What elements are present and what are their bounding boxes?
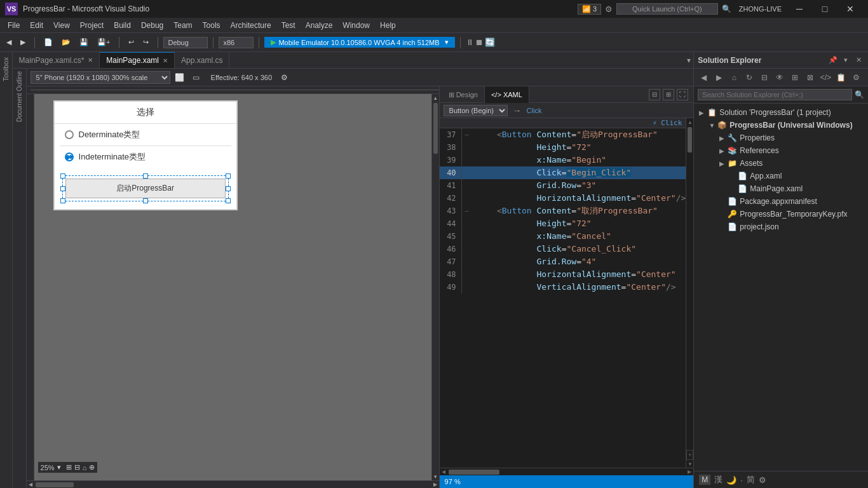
menu-file[interactable]: File (3, 20, 25, 31)
tree-item-app-xaml[interactable]: 📄 App.xaml (694, 170, 868, 182)
close-button[interactable]: ✕ (837, 0, 863, 18)
hscroll-right[interactable]: ▶ (431, 481, 439, 489)
toolbar-save-btn[interactable]: 💾 (76, 37, 92, 48)
element-selector[interactable]: Button (Begin) (444, 105, 508, 116)
se-pin-btn[interactable]: 📌 (827, 55, 839, 66)
se-refresh-btn[interactable]: ↻ (742, 71, 756, 85)
document-outline-label[interactable]: Document Outline (16, 71, 23, 122)
code-line-44[interactable]: 44 Height="72" (440, 217, 686, 230)
se-code-btn[interactable]: </> (818, 71, 832, 85)
tab-mainpage-cs[interactable]: MainPage.xaml.cs* ✕ (13, 52, 100, 69)
settings-btn[interactable]: ⚙ (277, 71, 291, 85)
tree-item-solution[interactable]: ▶ 📋 Solution 'ProgressBar' (1 project) (694, 106, 868, 119)
tree-item-mainpage-xaml[interactable]: 📄 MainPage.xaml (694, 182, 868, 195)
tree-item-properties[interactable]: ▶ 🔧 Properties (694, 132, 868, 144)
code-vscroll-add-btn[interactable]: + (686, 450, 693, 460)
radio-row-2[interactable]: Indeterminate类型 (55, 146, 236, 168)
xaml-tab[interactable]: </> XAML (485, 86, 529, 103)
design-hscroll[interactable]: ◀ ▶ (27, 480, 439, 488)
code-vscroll-up[interactable]: ▲ (686, 118, 693, 126)
code-line-39[interactable]: 39 x:Name="Begin" (440, 154, 686, 166)
toolbar-forward-btn[interactable]: ▶ (17, 37, 29, 48)
design-tab[interactable]: ⊞ Design (442, 86, 485, 103)
expand-btn[interactable]: ⛶ (677, 89, 688, 100)
zoom-icon-target[interactable]: ⊕ (89, 463, 95, 471)
quick-launch[interactable]: Quick Launch (Ctrl+Q) (616, 3, 718, 15)
tree-item-assets[interactable]: ▶ 📁 Assets (694, 157, 868, 170)
design-vscroll[interactable]: ▲ ▼ (431, 94, 439, 480)
menu-help[interactable]: Help (375, 20, 401, 31)
solution-search-input[interactable] (698, 89, 852, 100)
vscroll-up[interactable]: ▲ (432, 94, 439, 102)
menu-build[interactable]: Build (109, 20, 136, 31)
se-filter-btn[interactable]: ⊞ (788, 71, 802, 85)
toolbar-undo-btn[interactable]: ↩ (125, 37, 138, 48)
tree-item-manifest[interactable]: 📄 Package.appxmanifest (694, 195, 868, 208)
start-progress-button[interactable]: 启动ProgressBar (65, 179, 226, 198)
code-vscroll[interactable]: ▲ + ▼ (686, 118, 693, 468)
code-line-48[interactable]: 48 HorizontalAlignment="Center" (440, 268, 686, 281)
toolbar-restart-btn[interactable]: 🔄 (485, 37, 495, 47)
search-icon[interactable]: 🔍 (722, 4, 731, 13)
phone-size-select[interactable]: 5" Phone (1920 x 1080) 300% scale (31, 71, 170, 84)
code-line-47[interactable]: 47 Grid.Row="4" (440, 255, 686, 268)
tab-app-xaml-cs[interactable]: App.xaml.cs (175, 52, 229, 69)
toolbar-redo-btn[interactable]: ↪ (139, 37, 153, 48)
toolbar-pause-btn[interactable]: ⏸ (466, 37, 474, 47)
bottom-icon-settings[interactable]: ⚙ (759, 475, 766, 485)
code-hscroll-right[interactable]: ▶ (686, 468, 693, 476)
toolbar-new-btn[interactable]: 📄 (40, 37, 57, 48)
tree-item-project[interactable]: ▼ 📦 ProgressBar (Universal Windows) (694, 119, 868, 132)
se-show-all-btn[interactable]: 👁 (773, 71, 787, 85)
hscroll-left[interactable]: ◀ (27, 481, 34, 489)
code-line-43[interactable]: 43 ─ <Button Content="取消ProgressBar" (440, 205, 686, 217)
menu-team[interactable]: Team (168, 20, 197, 31)
tree-item-references[interactable]: ▶ 📚 References (694, 144, 868, 157)
tab-dropdown-btn[interactable]: ▾ (687, 56, 691, 65)
split-h-btn[interactable]: ⊟ (649, 89, 660, 100)
toolbox-label[interactable]: Toolbox (2, 55, 10, 84)
sync-icon[interactable]: ⚙ (605, 4, 613, 14)
zoom-dropdown-icon[interactable]: ▾ (57, 463, 61, 471)
code-line-38[interactable]: 38 Height="72" (440, 141, 686, 154)
toolbar-stop-btn[interactable]: ⏹ (475, 37, 484, 47)
zoom-icon-grid2[interactable]: ⊟ (74, 463, 80, 471)
se-close-btn[interactable]: ✕ (853, 55, 864, 66)
menu-analyze[interactable]: Analyze (301, 20, 338, 31)
menu-tools[interactable]: Tools (198, 20, 226, 31)
menu-project[interactable]: Project (75, 20, 109, 31)
se-back-btn[interactable]: ◀ (696, 71, 710, 85)
code-vscroll-down[interactable]: ▼ (686, 460, 693, 468)
minimize-button[interactable]: ─ (787, 0, 812, 18)
code-line-37[interactable]: 37 ─ <Button Content="启动ProgressBar" (440, 128, 686, 141)
zoom-level[interactable]: 25% (41, 464, 55, 471)
platform-dropdown[interactable]: x86 (219, 37, 254, 48)
se-menu-btn[interactable]: ▾ (840, 55, 851, 66)
se-collapse-btn[interactable]: ⊟ (757, 71, 771, 85)
toolbar-back-btn[interactable]: ◀ (3, 37, 15, 48)
tab-mainpage-xaml-close[interactable]: ✕ (163, 57, 168, 64)
menu-debug[interactable]: Debug (136, 20, 168, 31)
menu-window[interactable]: Window (337, 20, 375, 31)
code-line-45[interactable]: 45 x:Name="Cancel" (440, 230, 686, 243)
bottom-icon-m[interactable]: M (699, 475, 710, 485)
landscape-btn[interactable]: ▭ (189, 71, 203, 85)
code-lines-area[interactable]: ⚡ Click 37 ─ <Button Content="启动Progress… (440, 118, 686, 468)
debug-config-dropdown[interactable]: Debug (163, 37, 208, 48)
menu-view[interactable]: View (48, 20, 75, 31)
code-line-46[interactable]: 46 Click="Cancel_Click" (440, 243, 686, 255)
code-hscroll-left[interactable]: ◀ (440, 468, 447, 476)
se-pending-btn[interactable]: ⊠ (803, 71, 817, 85)
code-line-40[interactable]: 40 Click="Begin_Click" (440, 166, 686, 179)
design-content[interactable]: 选择 Determinate类型 (34, 94, 431, 480)
toolbar-open-btn[interactable]: 📂 (58, 37, 74, 48)
run-button[interactable]: ▶ Mobile Emulator 10.0.10586.0 WVGA 4 in… (264, 37, 454, 48)
tree-item-pfx[interactable]: 🔑 ProgressBar_TemporaryKey.pfx (694, 208, 868, 220)
tab-mainpage-xaml[interactable]: MainPage.xaml ✕ (100, 52, 175, 69)
se-settings-btn[interactable]: ⚙ (849, 71, 863, 85)
menu-edit[interactable]: Edit (25, 20, 48, 31)
maximize-button[interactable]: □ (812, 0, 837, 18)
radio-determinate[interactable] (65, 130, 74, 139)
toolbar-save-all-btn[interactable]: 💾+ (93, 37, 114, 48)
menu-test[interactable]: Test (276, 20, 301, 31)
